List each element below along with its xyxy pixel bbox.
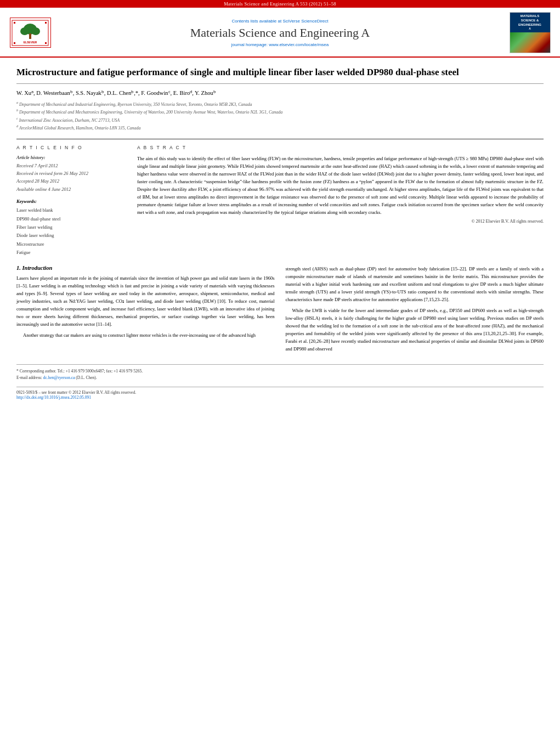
msea-logo: MATERIALS SCIENCE & ENGINEERING A	[510, 12, 551, 53]
accepted-date: Accepted 28 May 2012	[16, 177, 126, 185]
svg-rect-7	[14, 42, 15, 44]
intro-para-2: Another strategy that car makers are usi…	[16, 331, 275, 339]
elsevier-logo-box: ELSEVIER	[10, 18, 51, 48]
svg-rect-8	[45, 42, 47, 44]
msea-logo-image	[510, 32, 550, 53]
article-history: Article history: Received 7 April 2012 R…	[16, 155, 126, 194]
keyword-3: Fiber laser welding	[16, 223, 126, 231]
journal-header: ELSEVIER Contents lists available at Sci…	[0, 8, 560, 58]
main-body: 1. Introduction Lasers have played an im…	[16, 265, 544, 356]
available-date: Available online 4 June 2012	[16, 185, 126, 193]
corresponding-author-note: * Corresponding author. Tel.: +1 416 979…	[16, 368, 544, 375]
sciverse-link-text[interactable]: SciVerse ScienceDirect	[282, 19, 328, 24]
keyword-1: Laser welded blank	[16, 206, 126, 214]
main-content: Microstructure and fatigue performance o…	[0, 58, 560, 408]
revised-date: Received in revised form 26 May 2012	[16, 169, 126, 177]
doi-line: http://dx.doi.org/10.1016/j.msea.2012.05…	[16, 395, 544, 400]
affiliation-a: a Department of Mechanical and Industria…	[16, 100, 544, 108]
article-info-column: A R T I C L E I N F O Article history: R…	[16, 145, 126, 257]
email-address[interactable]: dc.hen@ryerson.ca	[43, 375, 75, 380]
journal-citation-bar: Materials Science and Engineering A 553 …	[0, 0, 560, 8]
abstract-header: A B S T R A C T	[137, 145, 544, 150]
svg-point-2	[20, 27, 29, 35]
svg-rect-6	[45, 22, 47, 24]
section-divider	[16, 139, 544, 139]
homepage-prefix: journal homepage:	[231, 42, 268, 47]
affiliation-b: b Department of Mechanical and Mechatron…	[16, 108, 544, 116]
body-left-column: 1. Introduction Lasers have played an im…	[16, 265, 275, 356]
sciverse-link: Contents lists available at SciVerse Sci…	[58, 19, 502, 24]
body-left-text: Lasers have played an important role in …	[16, 274, 275, 339]
page-footer: 0921-5093/$ – see front matter © 2012 El…	[16, 387, 544, 400]
homepage-link[interactable]: www.elsevier.com/locate/msea	[269, 42, 329, 47]
keywords-title: Keywords:	[16, 199, 126, 204]
footnote-section: * Corresponding author. Tel.: +1 416 979…	[16, 364, 544, 381]
journal-homepage: journal homepage: www.elsevier.com/locat…	[58, 42, 502, 47]
citation-text: Materials Science and Engineering A 553 …	[224, 1, 336, 7]
authors-text: W. Xuᵃ, D. Westerbaanᵇ, S.S. Nayakᵇ, D.L…	[16, 90, 216, 96]
section1-title: 1. Introduction	[16, 265, 275, 271]
keyword-2: DP980 dual-phase steel	[16, 215, 126, 223]
article-info-header: A R T I C L E I N F O	[16, 145, 126, 150]
abstract-column: A B S T R A C T The aim of this study wa…	[137, 145, 544, 257]
info-abstract-section: A R T I C L E I N F O Article history: R…	[16, 145, 544, 257]
affiliation-d: d ArcelorMittal Global Research, Hamilto…	[16, 124, 544, 132]
journal-header-center: Contents lists available at SciVerse Sci…	[58, 19, 502, 47]
authors-line: W. Xuᵃ, D. Westerbaanᵇ, S.S. Nayakᵇ, D.L…	[16, 89, 544, 96]
keyword-4: Diode laser welding	[16, 231, 126, 240]
email-label: E-mail address:	[16, 375, 42, 380]
right-para-2: While the LWB is viable for the lower an…	[286, 307, 544, 353]
body-right-text: strength steel (AHSS) such as dual-phase…	[286, 265, 544, 353]
journal-logo-right: MATERIALS SCIENCE & ENGINEERING A	[508, 12, 552, 53]
keyword-5: Microstructure	[16, 240, 126, 248]
email-person: (D.L. Chen).	[76, 375, 97, 380]
msea-logo-text: MATERIALS SCIENCE & ENGINEERING A	[510, 13, 550, 32]
email-note: E-mail address: dc.hen@ryerson.ca (D.L. …	[16, 375, 544, 381]
body-right-column: strength steel (AHSS) such as dual-phase…	[286, 265, 544, 356]
elsevier-svg-logo: ELSEVIER	[11, 19, 49, 47]
paper-title: Microstructure and fatigue performance o…	[16, 66, 544, 84]
keywords-list: Laser welded blank DP980 dual-phase stee…	[16, 206, 126, 257]
keyword-6: Fatigue	[16, 248, 126, 257]
affiliations: a Department of Mechanical and Industria…	[16, 100, 544, 132]
abstract-text: The aim of this study was to identify th…	[137, 155, 544, 216]
sciverse-prefix: Contents lists available at	[231, 19, 281, 24]
received-date: Received 7 April 2012	[16, 162, 126, 169]
affiliation-c: c International Zinc Association, Durham…	[16, 116, 544, 124]
copyright: © 2012 Elsevier B.V. All rights reserved…	[137, 219, 544, 224]
history-title: Article history:	[16, 155, 126, 160]
elsevier-logo: ELSEVIER	[8, 18, 52, 48]
journal-title: Materials Science and Engineering A	[58, 26, 502, 40]
svg-point-3	[31, 27, 40, 35]
intro-para-1: Lasers have played an important role in …	[16, 274, 275, 328]
doi-link[interactable]: http://dx.doi.org/10.1016/j.msea.2012.05…	[16, 395, 91, 400]
issn-line: 0921-5093/$ – see front matter © 2012 El…	[16, 390, 544, 395]
page: Materials Science and Engineering A 553 …	[0, 0, 560, 741]
footnote-content: * Corresponding author. Tel.: +1 416 979…	[16, 368, 544, 381]
keywords-section: Keywords: Laser welded blank DP980 dual-…	[16, 199, 126, 257]
svg-rect-4	[29, 33, 31, 39]
svg-rect-5	[14, 22, 15, 24]
svg-text:ELSEVIER: ELSEVIER	[24, 41, 37, 44]
right-para-1: strength steel (AHSS) such as dual-phase…	[286, 265, 544, 303]
